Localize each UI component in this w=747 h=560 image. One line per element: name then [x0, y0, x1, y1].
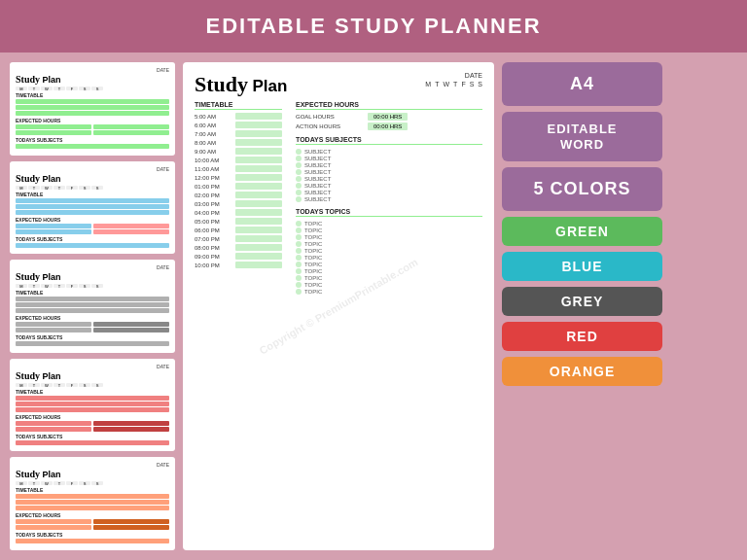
topic-item: TOPIC — [296, 234, 482, 240]
time-row: 05:00 PM — [195, 218, 282, 225]
time-row: 02:00 PM — [195, 192, 282, 198]
thumbnails-column: DATE Study Plan MT WT FS S TIMETABLE EXP… — [10, 62, 175, 550]
topic-item: TOPIC — [296, 262, 482, 267]
preview-body: TIMETABLE 5:00 AM 6:00 AM 7:00 AM 8:00 A… — [195, 101, 482, 296]
subject-item: SUBJECT — [296, 149, 482, 155]
subject-item: SUBJECT — [296, 190, 482, 195]
size-badge: A4 — [502, 62, 662, 106]
subject-item: SUBJECT — [296, 169, 482, 175]
color-orange-badge: ORANGE — [502, 357, 662, 386]
subject-item: SUBJECT — [296, 162, 482, 168]
time-row: 01:00 PM — [195, 183, 282, 190]
subject-item: SUBJECT — [296, 156, 482, 161]
editable-badge: EDITABLE WORD — [502, 112, 662, 161]
preview-days: M T W T F S S — [425, 81, 482, 88]
time-row: 10:00 AM — [195, 157, 282, 163]
timetable-rows: 5:00 AM 6:00 AM 7:00 AM 8:00 AM 9:00 AM … — [195, 113, 282, 268]
time-row: 9:00 AM — [195, 148, 282, 155]
color-grey-badge: GREY — [502, 287, 662, 316]
goal-hours-row: GOAL HOURS 00:00 HRS — [296, 113, 482, 121]
preview-header: Study Plan DATE M T W T F S S — [195, 72, 482, 97]
topic-item: TOPIC — [296, 282, 482, 288]
topics-list: TOPIC TOPIC TOPIC TOPIC TOPIC TOPIC TOPI… — [296, 221, 482, 295]
time-row: 06:00 PM — [195, 227, 282, 233]
subject-item: SUBJECT — [296, 196, 482, 202]
main-planner-preview: Copyright © PremiumPrintable.com Study P… — [183, 62, 494, 550]
time-row: 8:00 AM — [195, 139, 282, 146]
color-blue-badge: BLUE — [502, 252, 662, 281]
topic-item: TOPIC — [296, 255, 482, 261]
details-section: EXPECTED HOURS GOAL HOURS 00:00 HRS ACTI… — [296, 101, 482, 296]
topic-item: TOPIC — [296, 221, 482, 227]
subject-item: SUBJECT — [296, 176, 482, 182]
time-row: 09:00 PM — [195, 253, 282, 260]
time-row: 04:00 PM — [195, 209, 282, 216]
timetable-section: TIMETABLE 5:00 AM 6:00 AM 7:00 AM 8:00 A… — [195, 101, 282, 296]
time-row: 08:00 PM — [195, 244, 282, 251]
time-row: 5:00 AM — [195, 113, 282, 120]
thumbnail-red: DATE Study Plan MT WT FS S TIMETABLE EXP… — [10, 359, 175, 452]
subject-item: SUBJECT — [296, 183, 482, 189]
info-column: A4 EDITABLE WORD 5 COLORS GREEN BLUE GRE… — [502, 62, 662, 550]
time-row: 12:00 PM — [195, 174, 282, 181]
thumbnail-orange: DATE Study Plan MT WT FS S TIMETABLE EXP… — [10, 457, 175, 550]
time-row: 7:00 AM — [195, 130, 282, 137]
page-header: EDITABLE STUDY PLANNER — [0, 0, 747, 52]
thumbnail-blue: DATE Study Plan MT WT FS S TIMETABLE EXP… — [10, 161, 175, 255]
time-row: 07:00 PM — [195, 235, 282, 242]
topic-item: TOPIC — [296, 268, 482, 274]
time-row: 03:00 PM — [195, 200, 282, 207]
preview-title: Study Plan — [195, 72, 287, 97]
header-title: EDITABLE STUDY PLANNER — [205, 14, 541, 38]
main-content: DATE Study Plan MT WT FS S TIMETABLE EXP… — [0, 52, 747, 560]
color-green-badge: GREEN — [502, 217, 662, 246]
topic-item: TOPIC — [296, 289, 482, 295]
color-red-badge: RED — [502, 322, 662, 351]
colors-badge: 5 COLORS — [502, 167, 662, 211]
time-row: 6:00 AM — [195, 122, 282, 128]
action-hours-row: ACTION HOURS 00:00 HRS — [296, 122, 482, 130]
time-row: 10:00 PM — [195, 262, 282, 268]
time-row: 11:00 AM — [195, 165, 282, 172]
thumbnail-grey: DATE Study Plan MT WT FS S TIMETABLE EXP… — [10, 260, 175, 353]
thumbnail-green: DATE Study Plan MT WT FS S TIMETABLE EXP… — [10, 62, 175, 156]
subjects-list: SUBJECT SUBJECT SUBJECT SUBJECT SUBJECT … — [296, 149, 482, 202]
topic-item: TOPIC — [296, 228, 482, 233]
preview-date-block: DATE M T W T F S S — [425, 72, 482, 88]
topic-item: TOPIC — [296, 248, 482, 254]
topic-item: TOPIC — [296, 275, 482, 281]
topic-item: TOPIC — [296, 241, 482, 247]
